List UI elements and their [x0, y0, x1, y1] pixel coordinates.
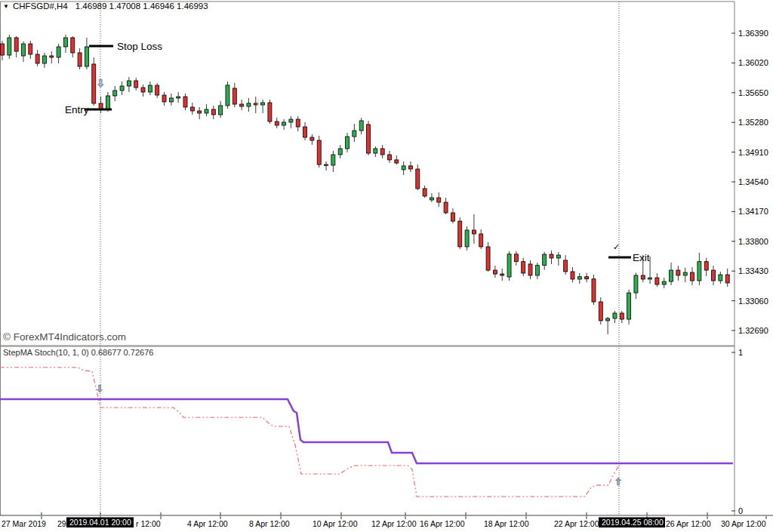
stepma-line — [0, 399, 733, 463]
bear-candle — [592, 279, 596, 302]
signal-arrows: ⇩↓⇩⇧ — [96, 77, 623, 487]
price-axis-label: 1.36390 — [738, 29, 768, 38]
bear-candle — [395, 160, 399, 163]
bear-candle — [211, 109, 215, 115]
indicator-title: StepMA Stoch(10, 1, 0) 0.68677 0.72676 — [3, 348, 153, 357]
bull-candle — [402, 166, 405, 170]
price-axis[interactable]: 1.363901.360201.356501.352801.349101.345… — [731, 29, 768, 335]
trade-annotations: Stop LossEntryExit✓ — [65, 41, 650, 263]
bull-candle — [543, 254, 547, 266]
bull-candle — [21, 44, 25, 56]
sell-entry-arrow-icon: ⇩ — [96, 77, 105, 89]
price-axis-label: 1.33430 — [738, 266, 768, 275]
bull-candle — [261, 103, 265, 105]
bear-candle — [29, 44, 32, 54]
highlighted-time-label: 2019.04.25 08:00 — [602, 518, 664, 527]
ohlc-readout: 1.46989 1.47008 1.46946 1.46993 — [75, 2, 208, 11]
bear-candle — [296, 119, 300, 127]
bull-candle — [634, 275, 638, 293]
bull-candle — [556, 255, 560, 258]
time-axis-label: 29 — [57, 519, 66, 528]
bear-candle — [162, 95, 166, 102]
bull-candle — [289, 119, 293, 122]
bull-candle — [698, 262, 701, 281]
bear-candle — [134, 81, 138, 88]
bull-candle — [331, 155, 335, 165]
bear-candle — [156, 85, 159, 95]
bull-candle — [683, 272, 687, 275]
bear-candle — [303, 127, 307, 137]
bear-candle — [620, 313, 624, 319]
indicator-scale: 10 — [42, 348, 743, 515]
bear-candle — [92, 64, 96, 103]
mt4-chart-window: { "header": { "dropdown_icon": "filled-d… — [0, 0, 773, 532]
bear-candle — [78, 53, 82, 66]
chart-title-bar: ▼CHFSGD#,H41.46989 1.47008 1.46946 1.469… — [3, 2, 208, 11]
bear-candle — [725, 275, 729, 283]
bull-candle — [226, 85, 229, 106]
bear-candle — [472, 230, 476, 234]
bear-candle — [528, 264, 532, 275]
indicator-lines — [0, 367, 733, 497]
price-axis-label: 1.34170 — [738, 207, 768, 216]
price-axis-label: 1.34540 — [738, 177, 768, 186]
bull-candle — [282, 122, 286, 125]
bear-candle — [198, 111, 202, 113]
time-marker-lines — [100, 2, 619, 515]
bear-candle — [712, 270, 716, 281]
price-axis-label: 1.33800 — [738, 237, 768, 246]
bull-candle — [63, 38, 67, 47]
bear-candle — [550, 254, 553, 258]
bear-candle — [571, 272, 574, 279]
exit-label: Exit — [633, 252, 650, 263]
bull-candle — [219, 106, 223, 115]
chart-canvas[interactable]: Stop LossEntryExit✓⇩↓⇩⇧1.363901.360201.3… — [0, 0, 773, 532]
bull-candle — [113, 91, 117, 96]
bear-candle — [479, 234, 483, 247]
bull-candle — [338, 149, 342, 155]
symbol-dropdown-icon[interactable]: ▼ — [3, 3, 9, 10]
entry-label: Entry — [65, 104, 89, 115]
bear-candle — [486, 247, 490, 270]
time-axis-label: 30 Apr 12:00 — [721, 519, 766, 528]
time-axis-label: 26 Apr 12:00 — [666, 519, 711, 528]
watermark: © ForexMT4Indicators.com — [3, 331, 126, 343]
bear-candle — [325, 165, 328, 165]
time-axis-label: 12 Apr 12:00 — [371, 519, 417, 528]
bull-candle — [374, 149, 377, 153]
bull-candle — [85, 47, 88, 66]
bear-candle — [655, 278, 659, 284]
time-axis-label: r 12:00 — [136, 519, 161, 528]
bear-candle — [240, 104, 244, 106]
bull-candle — [8, 38, 11, 55]
bull-candle — [613, 313, 617, 318]
exit-checkmark-icon: ✓ — [613, 242, 620, 251]
price-axis-label: 1.36020 — [738, 58, 768, 67]
bull-candle — [577, 277, 581, 279]
bear-candle — [141, 88, 145, 92]
bull-candle — [247, 103, 251, 106]
time-axis-label: 8 Apr 12:00 — [249, 519, 290, 528]
bear-candle — [275, 121, 279, 125]
bull-candle — [507, 254, 511, 277]
stop-loss-label: Stop Loss — [117, 41, 162, 52]
time-axis[interactable]: 27 Mar 201929r 12:004 Apr 12:008 Apr 12:… — [2, 516, 766, 528]
bear-candle — [585, 277, 589, 279]
bear-candle — [310, 137, 314, 140]
bear-candle — [183, 97, 187, 107]
symbol-label: CHFSGD#,H4 — [13, 2, 68, 11]
bull-candle — [148, 85, 152, 92]
bear-candle — [1, 44, 5, 55]
candlestick-series — [1, 35, 730, 334]
bull-candle — [648, 278, 652, 279]
bull-candle — [205, 109, 208, 113]
bear-candle — [500, 274, 504, 275]
bear-candle — [599, 302, 602, 321]
bear-candle — [317, 140, 321, 165]
bull-candle — [465, 230, 469, 247]
bear-candle — [408, 166, 412, 169]
bear-candle — [437, 198, 441, 202]
bear-candle — [387, 155, 391, 160]
price-axis-label: 1.32690 — [738, 326, 768, 335]
bull-candle — [535, 266, 539, 275]
